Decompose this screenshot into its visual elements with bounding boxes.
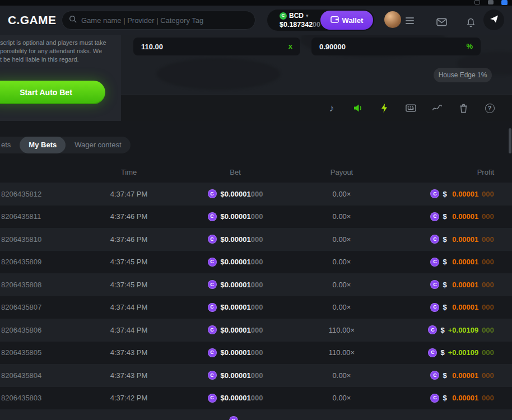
table-row[interactable]: 8206435812 4:37:47 PM C $0.00001000 0.00…	[0, 183, 512, 206]
table-row[interactable]: 8206435809 4:37:45 PM C $0.00001000 0.00…	[0, 251, 512, 274]
wallet-icon	[331, 16, 339, 25]
house-edge-badge: House Edge 1%	[434, 68, 492, 82]
music-note-icon[interactable]: ♪	[326, 102, 337, 114]
bcd-coin-icon: C	[208, 189, 217, 198]
bet-time: 4:37:47 PM	[84, 190, 174, 198]
dollar-sign: $	[443, 235, 446, 244]
bet-profit: C $ 0.00001000	[387, 212, 494, 221]
turbo-lightning-icon[interactable]	[379, 102, 390, 114]
browser-extension-icon[interactable]	[488, 0, 494, 4]
table-row[interactable]: 8206435811 4:37:46 PM C $0.00001000 0.00…	[0, 206, 512, 228]
dollar-sign: $	[443, 212, 446, 221]
win-chance-input[interactable]	[311, 38, 481, 55]
notifications-button[interactable]	[466, 17, 476, 29]
bet-amount: C $0.00001000	[174, 189, 297, 198]
table-row[interactable]: C C $	[0, 409, 512, 420]
bet-amount: C $0.00001000	[174, 394, 297, 403]
win-chance-field: %	[311, 38, 481, 55]
bcd-coin-icon: C	[229, 416, 238, 420]
live-stats-icon[interactable]	[431, 102, 443, 114]
table-row[interactable]: 8206435803 4:37:42 PM C $0.00001000 0.00…	[0, 387, 512, 410]
bcd-coin-icon: C	[208, 280, 217, 289]
wallet-button[interactable]: Wallet	[320, 11, 373, 30]
bet-time: 4:37:46 PM	[84, 212, 174, 221]
bet-amount: C $0.00001000	[174, 303, 297, 312]
currency-selector[interactable]: C BCD ▾ $0.18734200	[267, 12, 320, 29]
table-row[interactable]: 8206435807 4:37:44 PM C $0.00001000 0.00…	[0, 296, 512, 319]
bet-amount: C $0.00001000	[174, 235, 297, 244]
bet-payout: 0.00×	[297, 281, 387, 289]
bet-id: 8206435803	[0, 394, 84, 402]
bet-profit: C $ 0.00001000	[387, 394, 494, 403]
game-search[interactable]	[62, 11, 255, 30]
browser-badge-icon[interactable]	[501, 0, 508, 5]
bcd-coin-icon: C	[208, 371, 217, 380]
scrollbar-thumb[interactable]	[509, 128, 511, 153]
column-time: Time	[84, 168, 174, 176]
payout-input[interactable]	[133, 38, 300, 55]
dollar-sign: $	[440, 348, 444, 357]
bcd-coin-icon: C	[208, 303, 217, 312]
bcd-coin-icon: C	[208, 235, 217, 244]
bet-profit: C $ 0.00001000	[387, 280, 494, 289]
bet-time: 4:37:44 PM	[84, 303, 174, 311]
bet-id: 8206435811	[0, 212, 84, 221]
browser-extension-icon[interactable]	[474, 0, 480, 4]
site-header: C.GAME C BCD ▾ $0.18734200 Wallet	[0, 6, 512, 35]
bet-payout: 0.00×	[297, 190, 387, 198]
sound-icon[interactable]	[352, 102, 364, 114]
bet-time: 4:37:46 PM	[84, 235, 174, 244]
start-auto-bet-button[interactable]: Start Auto Bet	[0, 81, 105, 104]
table-row[interactable]: 8206435810 4:37:46 PM C $0.00001000 0.00…	[0, 228, 512, 251]
hamburger-menu-icon[interactable]	[406, 17, 414, 24]
bcd-coin-icon: C	[208, 258, 217, 267]
game-toolbar: ♪ ?	[121, 95, 512, 121]
seed-icon[interactable]	[458, 102, 469, 114]
game-area: script is optional and players must take…	[0, 35, 512, 121]
table-row[interactable]: 8206435804 4:37:43 PM C $0.00001000 0.00…	[0, 364, 512, 387]
bcd-coin-icon: C	[280, 12, 287, 20]
bet-payout: 0.00×	[297, 394, 387, 402]
bcd-coin-icon: C	[208, 325, 217, 334]
bet-payout: 110.00×	[297, 326, 387, 334]
bcd-coin-icon: C	[430, 280, 439, 289]
dollar-sign: $	[443, 303, 446, 311]
bcd-coin-icon: C	[430, 303, 439, 312]
table-row[interactable]: 8206435806 4:37:44 PM C $0.00001000 110.…	[0, 319, 512, 342]
bet-payout: 0.00×	[297, 303, 387, 311]
bcd-coin-icon: C	[430, 189, 439, 198]
support-chat-button[interactable]	[483, 10, 504, 30]
script-disclaimer-text: script is optional and players must take…	[0, 39, 120, 64]
bet-time: 4:37:43 PM	[84, 371, 174, 380]
site-logo[interactable]: C.GAME	[8, 13, 56, 27]
help-icon[interactable]: ?	[484, 102, 495, 114]
column-payout: Payout	[297, 168, 387, 176]
currency-code: BCD	[289, 12, 304, 19]
table-row[interactable]: 8206435808 4:37:45 PM C $0.00001000 0.00…	[0, 273, 512, 296]
table-row[interactable]: 8206435805 4:37:43 PM C $0.00001000 110.…	[0, 342, 512, 365]
bet-profit: C $ 0.00001000	[387, 303, 494, 312]
paper-plane-icon	[490, 15, 499, 25]
tab-all-bets[interactable]: ets	[0, 137, 20, 153]
bets-tabs: ets My Bets Wager contest	[0, 137, 131, 153]
bet-profit: C $ 0.00001000	[387, 258, 494, 267]
bet-profit: C $+0.00109000	[387, 325, 494, 334]
bcd-coin-icon: C	[428, 348, 437, 357]
bet-id: 8206435807	[0, 303, 84, 311]
dollar-sign: $	[443, 258, 446, 266]
tab-my-bets[interactable]: My Bets	[20, 137, 66, 153]
table-header-row: Time Bet Payout Profit	[0, 161, 512, 183]
bcd-coin-icon: C	[430, 394, 439, 403]
bet-time: 4:37:45 PM	[84, 281, 174, 289]
bet-payout: 0.00×	[297, 212, 387, 221]
column-bet: Bet	[174, 168, 297, 176]
bet-payout: 110.00×	[297, 348, 387, 357]
tab-wager-contest[interactable]: Wager contest	[66, 137, 130, 153]
bet-id: 8206435804	[0, 371, 84, 380]
messages-button[interactable]	[436, 18, 447, 28]
bcd-coin-icon: C	[430, 258, 439, 267]
dollar-sign: $	[440, 326, 444, 334]
search-input[interactable]	[81, 16, 248, 25]
hotkeys-keyboard-icon[interactable]	[405, 102, 416, 114]
user-avatar[interactable]	[384, 11, 401, 28]
